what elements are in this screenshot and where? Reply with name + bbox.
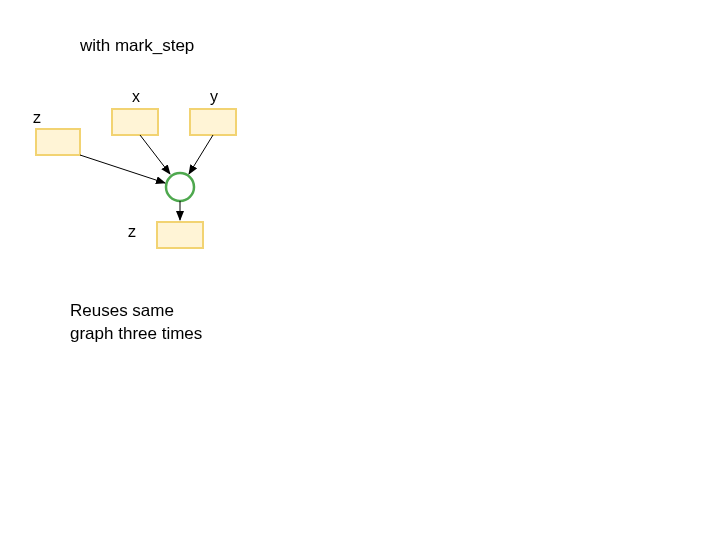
box-x bbox=[112, 109, 158, 135]
box-z-bottom bbox=[157, 222, 203, 248]
arrow-z-to-op bbox=[80, 155, 165, 183]
box-y bbox=[190, 109, 236, 135]
diagram-svg bbox=[0, 0, 720, 540]
arrow-y-to-op bbox=[189, 135, 213, 174]
arrow-x-to-op bbox=[140, 135, 170, 174]
op-circle bbox=[166, 173, 194, 201]
box-z-top bbox=[36, 129, 80, 155]
